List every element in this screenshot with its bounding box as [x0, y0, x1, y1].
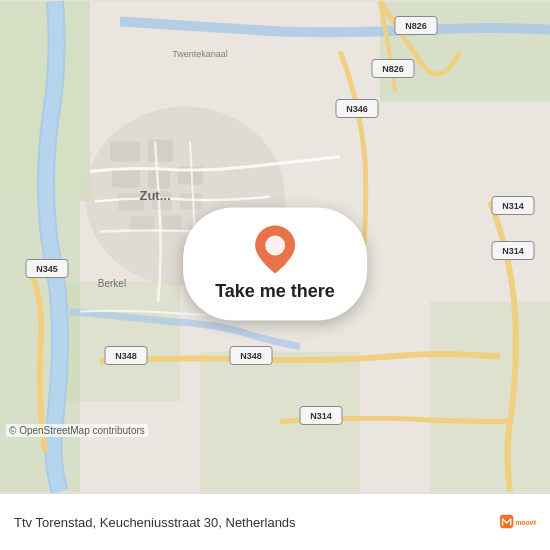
svg-rect-10 — [112, 170, 140, 188]
svg-rect-9 — [148, 140, 173, 162]
svg-text:Berkel: Berkel — [98, 278, 126, 289]
svg-rect-15 — [180, 194, 202, 210]
app: N826 N826 N346 N314 N314 N348 N348 N314 … — [0, 0, 550, 550]
moovit-logo-svg: moovit — [500, 504, 536, 540]
svg-text:moovit: moovit — [515, 519, 536, 526]
svg-text:N314: N314 — [502, 246, 524, 256]
svg-text:N826: N826 — [382, 64, 404, 74]
svg-text:Twentekanaal: Twentekanaal — [172, 49, 228, 59]
address-text: Ttv Torenstad, Keucheniusstraat 30, Neth… — [14, 515, 500, 530]
take-me-there-label: Take me there — [215, 281, 335, 302]
svg-point-39 — [265, 235, 285, 255]
svg-text:N314: N314 — [502, 201, 524, 211]
svg-rect-3 — [60, 282, 180, 402]
svg-text:N346: N346 — [346, 104, 368, 114]
bottom-bar: Ttv Torenstad, Keucheniusstraat 30, Neth… — [0, 493, 550, 550]
svg-text:N314: N314 — [310, 411, 332, 421]
svg-text:N348: N348 — [115, 351, 137, 361]
svg-rect-6 — [430, 302, 550, 492]
svg-rect-8 — [110, 142, 140, 162]
svg-text:Zut...: Zut... — [139, 188, 170, 203]
take-me-there-button[interactable]: Take me there — [183, 207, 367, 320]
location-pin-icon — [251, 225, 299, 273]
osm-credit: © OpenStreetMap contributors — [6, 424, 148, 437]
svg-text:N348: N348 — [240, 351, 262, 361]
svg-text:N826: N826 — [405, 21, 427, 31]
moovit-logo: moovit — [500, 504, 536, 540]
map-container: N826 N826 N346 N314 N314 N348 N348 N314 … — [0, 0, 550, 493]
svg-text:N345: N345 — [36, 264, 58, 274]
